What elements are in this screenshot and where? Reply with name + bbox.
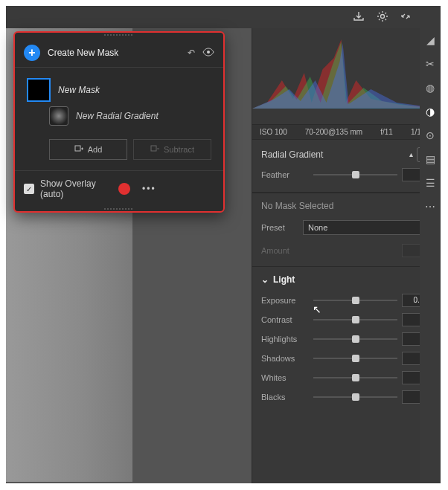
more-options-icon[interactable]: •••: [142, 184, 214, 194]
mask-panel-header: + Create New Mask ↶: [15, 37, 223, 68]
create-mask-button[interactable]: +: [24, 45, 40, 61]
highlights-slider[interactable]: [313, 334, 397, 344]
overlay-label: Show Overlay (auto): [40, 178, 112, 199]
gradient-thumbnail[interactable]: [49, 106, 68, 126]
slider-label: Blacks: [261, 393, 309, 402]
gradient-item[interactable]: New Radial Gradient: [15, 106, 223, 135]
mask-thumbnail[interactable]: [27, 78, 51, 102]
light-sliders: Exposure0.00Contrast0Highlights0Shadows0…: [252, 288, 441, 419]
chevron-down-icon[interactable]: ⌄: [261, 274, 269, 285]
right-panel: ISO 100 70-200@135 mm f/11 1/125s Radial…: [252, 28, 441, 483]
mask-item[interactable]: New Mask: [15, 68, 223, 106]
export-icon[interactable]: [353, 10, 365, 25]
shadows-slider[interactable]: [313, 353, 397, 364]
svg-rect-2: [75, 146, 80, 151]
collapse-icon[interactable]: [400, 11, 411, 24]
overlay-color-swatch[interactable]: [118, 183, 130, 195]
svg-point-0: [381, 14, 385, 18]
stack-icon[interactable]: ▤: [426, 153, 435, 165]
crop-icon[interactable]: ✂: [426, 58, 435, 70]
create-mask-label: Create New Mask: [48, 48, 180, 58]
slider-label: Highlights: [261, 335, 309, 344]
svg-point-1: [207, 51, 210, 54]
histogram[interactable]: [252, 28, 441, 125]
add-button[interactable]: Add: [49, 139, 127, 160]
photo-meta: ISO 100 70-200@135 mm f/11 1/125s: [252, 125, 441, 140]
mask-name: New Mask: [58, 85, 100, 95]
preset-select[interactable]: None⌄: [303, 220, 432, 235]
radial-title: Radial Gradient: [261, 149, 323, 160]
feather-slider[interactable]: [313, 170, 397, 180]
slider-label: Shadows: [261, 354, 309, 363]
feather-label: Feather: [261, 170, 309, 179]
scroll-up-icon[interactable]: ▴: [409, 150, 418, 159]
heal-icon[interactable]: ◍: [426, 82, 435, 94]
nomask-header: No Mask Selected ↶: [252, 193, 441, 216]
blacks-slider[interactable]: [313, 392, 397, 402]
meta-lens: 70-200@135 mm: [305, 128, 362, 136]
slider-label: Exposure: [261, 296, 309, 305]
slider-row-highlights: Highlights0: [261, 332, 432, 346]
mask-panel: + Create New Mask ↶ New Mask New Radial …: [13, 31, 225, 213]
mask-icon[interactable]: ◑: [426, 106, 435, 117]
whites-slider[interactable]: [313, 373, 397, 383]
triangle-icon[interactable]: ◢: [426, 34, 435, 46]
slider-row-whites: Whites0: [261, 371, 432, 384]
overlay-checkbox[interactable]: ✓: [24, 184, 34, 194]
slider-label: Contrast: [261, 315, 309, 324]
light-title: Light: [273, 274, 295, 285]
slider-row-blacks: Blacks0: [261, 390, 432, 404]
eye-icon[interactable]: [202, 48, 214, 59]
light-header[interactable]: ⌄ Light: [252, 266, 441, 288]
gear-icon[interactable]: [377, 10, 388, 25]
contrast-slider[interactable]: [313, 315, 397, 325]
topbar: [6, 6, 441, 28]
mask-panel-footer: ✓ Show Overlay (auto) •••: [15, 170, 223, 207]
redeye-icon[interactable]: ⊙: [426, 129, 435, 141]
exposure-slider[interactable]: [313, 295, 397, 306]
amount-label: Amount: [261, 246, 289, 255]
nomask-title: No Mask Selected: [261, 201, 333, 211]
slider-label: Whites: [261, 373, 309, 382]
slider-row-contrast: Contrast0: [261, 313, 432, 326]
undo-icon[interactable]: ↶: [188, 48, 195, 58]
radial-section: Radial Gradient Feather 50: [252, 140, 441, 193]
preset-icon[interactable]: ☰: [426, 177, 435, 189]
slider-row-exposure: Exposure0.00: [261, 294, 432, 307]
gradient-name: New Radial Gradient: [76, 111, 159, 121]
meta-aperture: f/11: [380, 128, 393, 136]
meta-iso: ISO 100: [260, 128, 287, 136]
slider-row-shadows: Shadows0: [261, 352, 432, 365]
more-icon[interactable]: ⋯: [425, 201, 435, 213]
preset-label: Preset: [261, 223, 297, 232]
svg-rect-3: [151, 146, 156, 151]
panel-grip-bottom[interactable]: [15, 207, 223, 211]
app-window: ISO 100 70-200@135 mm f/11 1/125s Radial…: [6, 6, 441, 483]
subtract-button[interactable]: Subtract: [133, 139, 211, 160]
tool-strip: ◢ ✂ ◍ ◑ ⊙ ▤ ☰ ⋯: [420, 28, 441, 482]
